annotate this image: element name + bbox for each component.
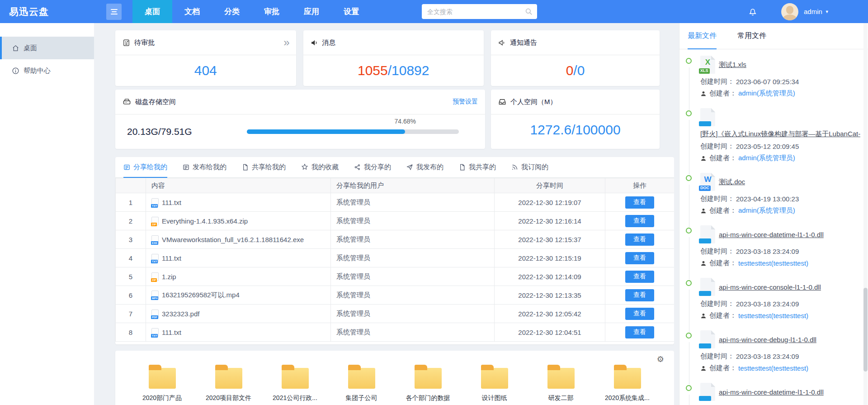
creator-link[interactable]: testtesttest(testtesttest) [738, 364, 808, 372]
view-button[interactable]: 查看 [625, 326, 654, 338]
folder-icon [547, 368, 575, 389]
folder-label: 2020项目部文件 [199, 394, 258, 402]
share-table-card: 分享给我的 发布给我的 [115, 157, 674, 344]
file-link[interactable]: 测试.doc [719, 178, 745, 186]
row-content: TXT111.txt [146, 323, 331, 342]
scrollbar-track[interactable] [863, 23, 868, 405]
person-icon [700, 313, 707, 319]
chevron-double-right-icon[interactable]: » [283, 37, 288, 48]
folder[interactable]: 设计图纸 [465, 364, 524, 402]
shared-by-user: 系统管理员 [331, 230, 495, 249]
file-link[interactable]: api-ms-win-core-console-l1-1-0.dll [719, 283, 821, 291]
pending-approval-count[interactable]: 404 [194, 63, 217, 78]
folder[interactable]: 各个部门的数据 [399, 364, 458, 402]
caret-down-icon[interactable]: ▼ [825, 10, 829, 14]
user-avatar[interactable] [781, 3, 798, 20]
recent-file-item: api-ms-win-core-datetime-l1-1-0.dll 创建时间… [686, 383, 863, 405]
creator-link[interactable]: admin(系统管理员) [738, 206, 795, 215]
content-tab[interactable]: 共享给我的 [242, 157, 286, 178]
sidebar-item-desktop[interactable]: 桌面 [0, 37, 94, 59]
view-button[interactable]: 查看 [625, 308, 654, 320]
file-name[interactable]: 111.txt [162, 199, 181, 206]
recent-file-item: api-ms-win-core-console-l1-1-0.dll 创建时间：… [686, 278, 863, 330]
nav-tab[interactable]: 审批 [252, 0, 292, 23]
file-type-icon: MP4 [151, 291, 159, 299]
view-button[interactable]: 查看 [625, 289, 654, 301]
file-name[interactable]: 1.zip [162, 273, 176, 281]
folder-icon [149, 368, 176, 389]
file-link[interactable]: 测试1.xls [719, 61, 746, 69]
content-tab[interactable]: 我共享的 [459, 157, 496, 178]
hamburger-menu-icon[interactable] [106, 4, 122, 20]
timeline-dot-icon [686, 333, 692, 338]
sidebar-item-label: 帮助中心 [24, 67, 51, 75]
view-button[interactable]: 查看 [625, 215, 654, 227]
username[interactable]: admin [804, 8, 822, 15]
creator-link[interactable]: admin(系统管理员) [738, 89, 795, 98]
nav-tab[interactable]: 设置 [331, 0, 371, 23]
view-button[interactable]: 查看 [625, 196, 654, 209]
folder[interactable]: 集团子公司 [332, 364, 391, 402]
tab-common-files[interactable]: 常用文件 [737, 23, 766, 49]
scrollbar-thumb[interactable] [863, 288, 868, 372]
shared-by-user: 系统管理员 [331, 249, 495, 267]
bell-icon[interactable] [748, 7, 758, 17]
view-button[interactable]: 查看 [625, 252, 654, 264]
file-name[interactable]: 111.txt [162, 254, 181, 262]
folder[interactable]: 2020项目部文件 [199, 364, 258, 402]
file-name[interactable]: Everything-1.4.1.935.x64.zip [162, 217, 248, 225]
file-name[interactable]: 111.txt [162, 329, 181, 336]
nav-tab[interactable]: 分类 [212, 0, 252, 23]
unread-notice-count[interactable]: 0 [566, 63, 574, 78]
recent-file-item: W DOC 测试.doc 创建时间： 2023-04-19 13:00:23 创 [686, 173, 863, 225]
nav-tab-label: 审批 [264, 6, 279, 17]
folder[interactable]: 2020部门产品 [133, 364, 192, 402]
shared-by-user: 系统管理员 [331, 212, 495, 230]
folder[interactable]: 2021公司行政... [266, 364, 325, 402]
file-name[interactable]: 1632195269582可以.mp4 [162, 291, 240, 299]
content-tab[interactable]: 我发布的 [406, 157, 443, 178]
file-type-icon: ZIP [151, 272, 159, 281]
content-tab[interactable]: 分享给我的 [123, 157, 167, 178]
content-tab[interactable]: 我分享的 [354, 157, 391, 178]
content-tab[interactable]: 我的收藏 [301, 157, 339, 178]
folder[interactable]: 研发二部 [532, 364, 590, 402]
sidebar-item-help[interactable]: 帮助中心 [0, 59, 94, 82]
home-icon [12, 44, 19, 52]
file-icon-large [700, 278, 715, 296]
nav-tab[interactable]: 应用 [292, 0, 331, 23]
file-link[interactable]: [野火]《嵌入式Linux镜像构建与部署—基于LubanCat- [700, 130, 860, 138]
content-tab[interactable]: 我订阅的 [511, 157, 548, 178]
creator-link[interactable]: testtesttest(testtesttest) [738, 259, 808, 267]
nav-tab[interactable]: 文档 [172, 0, 212, 23]
creator-link[interactable]: testtesttest(testtesttest) [738, 312, 808, 319]
file-name[interactable]: 3232323.pdf [162, 310, 199, 318]
content-tab-label: 我发布的 [416, 163, 443, 172]
created-time-label: 创建时间： [700, 195, 734, 203]
timeline-dot-icon [686, 110, 692, 116]
gear-icon[interactable]: ⚙ [657, 354, 664, 364]
content-tab[interactable]: 发布给我的 [183, 157, 226, 178]
tab-latest-files[interactable]: 最新文件 [688, 23, 717, 49]
file-link[interactable]: api-ms-win-core-datetime-l1-1-0.dll [719, 388, 824, 396]
personal-space-value[interactable]: 1272.6/100000 [530, 122, 620, 138]
nav-tab[interactable]: 桌面 [132, 0, 172, 23]
creator-link[interactable]: admin(系统管理员) [738, 154, 795, 162]
file-link[interactable]: api-ms-win-core-debug-l1-1-0.dll [719, 336, 816, 343]
shared-by-user: 系统管理员 [331, 286, 495, 305]
file-name[interactable]: VMwareworkstation_full_v16.2.1.18811642.… [162, 236, 304, 243]
search-input[interactable] [422, 4, 537, 19]
file-link[interactable]: api-ms-win-core-datetime-l1-1-0.dll [719, 231, 824, 238]
folder[interactable]: 2020系统集成... [598, 364, 657, 402]
right-panel: 最新文件 常用文件 X XLS 测试1.xls 创建时间： 2023 [679, 23, 868, 405]
unread-message-count[interactable]: 1055 [358, 63, 388, 78]
view-button[interactable]: 查看 [625, 233, 654, 246]
total-notice-count[interactable]: /0 [573, 63, 585, 78]
file-icon-large: W DOC [700, 173, 715, 191]
alert-settings-link[interactable]: 预警设置 [453, 98, 478, 106]
share-time: 2022-12-30 12:13:35 [495, 286, 605, 305]
search-icon[interactable] [524, 7, 533, 16]
view-button[interactable]: 查看 [625, 271, 654, 283]
total-message-count[interactable]: /10892 [388, 63, 429, 78]
created-time-label: 创建时间： [700, 300, 734, 308]
